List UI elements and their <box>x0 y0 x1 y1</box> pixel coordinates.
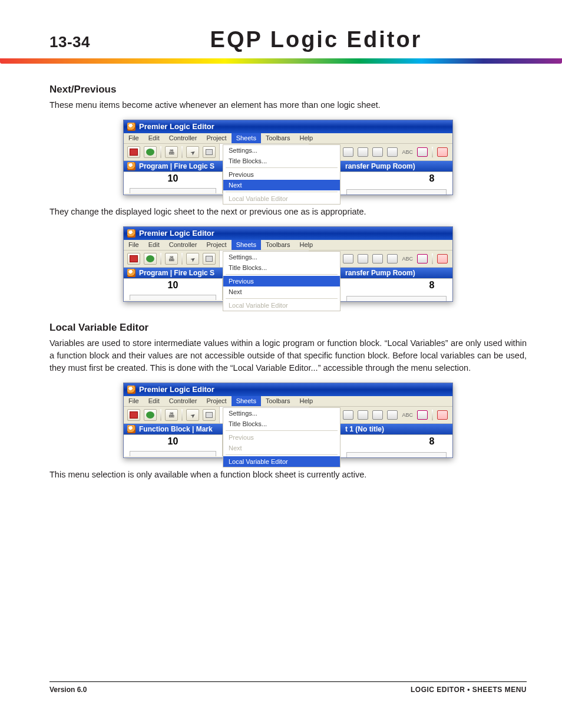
doc-icon <box>127 162 135 170</box>
menu-sheets[interactable]: Sheets <box>232 240 261 250</box>
screenshot-previous: Premier Logic Editor File Edit Controlle… <box>123 226 453 302</box>
menu-item-previous: Previous <box>223 432 340 443</box>
menu-help[interactable]: Help <box>295 133 318 143</box>
window-title: Premier Logic Editor <box>139 229 214 238</box>
print-icon[interactable] <box>165 146 178 158</box>
toolbar-btn-1[interactable] <box>127 409 140 421</box>
menu-toolbars[interactable]: Toolbars <box>261 240 295 250</box>
page-number: 13-34 <box>49 33 90 51</box>
box-icon[interactable] <box>203 146 216 158</box>
toolbar-btn-1[interactable] <box>127 146 140 158</box>
tool-icon[interactable] <box>372 410 383 420</box>
menu-divider <box>226 167 338 168</box>
tool-icon[interactable] <box>417 147 428 157</box>
menu-item-title-blocks[interactable]: Title Blocks... <box>223 262 340 273</box>
tool-icon[interactable] <box>358 147 368 157</box>
menu-item-title-blocks[interactable]: Title Blocks... <box>223 419 340 429</box>
menu-toolbars[interactable]: Toolbars <box>261 396 295 406</box>
toolbar-sep <box>160 146 161 158</box>
menu-item-local-variable-editor[interactable]: Local Variable Editor <box>223 456 340 467</box>
para-lve-note: This menu selection is only available wh… <box>49 469 527 481</box>
tool-icon[interactable] <box>343 147 353 157</box>
tool-icon[interactable] <box>343 410 353 420</box>
menu-item-local-variable-editor: Local Variable Editor <box>223 193 340 204</box>
menu-item-settings[interactable]: Settings... <box>223 145 340 156</box>
tool-icon[interactable] <box>417 254 428 263</box>
app-icon <box>127 386 135 394</box>
menu-help[interactable]: Help <box>295 240 318 250</box>
menu-item-previous[interactable]: Previous <box>223 169 340 180</box>
tool-icon[interactable] <box>372 254 383 263</box>
menu-project[interactable]: Project <box>201 133 231 143</box>
toolbar-sep <box>181 146 183 158</box>
doc-tab-right-label: ransfer Pump Room) <box>345 162 415 170</box>
menu-project[interactable]: Project <box>201 396 231 406</box>
heading-local-variable-editor: Local Variable Editor <box>49 322 527 334</box>
box-icon[interactable] <box>203 409 216 421</box>
page-title: EQP Logic Editor <box>105 27 527 52</box>
page-footer: Version 6.0 LOGIC EDITOR • SHEETS MENU <box>49 681 527 694</box>
sheets-menu-dropdown: Settings... Title Blocks... Previous Nex… <box>223 144 340 205</box>
cursor-icon[interactable] <box>186 253 199 265</box>
document-tab-right[interactable]: ransfer Pump Room) <box>340 161 452 172</box>
cursor-icon[interactable] <box>186 146 199 158</box>
menu-divider <box>226 192 338 192</box>
tool-icon[interactable] <box>343 254 353 263</box>
menu-item-settings[interactable]: Settings... <box>223 408 340 419</box>
box-icon[interactable] <box>203 253 216 265</box>
menu-item-next[interactable]: Next <box>223 286 340 297</box>
tool-icon[interactable] <box>387 410 398 420</box>
menu-controller[interactable]: Controller <box>164 396 202 406</box>
toolbar-btn-2[interactable] <box>144 253 157 265</box>
menu-item-next[interactable]: Next <box>223 180 340 190</box>
window-titlebar: Premier Logic Editor <box>124 120 452 133</box>
toolbar-btn-2[interactable] <box>144 146 157 158</box>
menu-edit[interactable]: Edit <box>144 396 164 406</box>
toolbar-sep <box>432 147 433 157</box>
menu-item-title-blocks[interactable]: Title Blocks... <box>223 156 340 166</box>
menu-controller[interactable]: Controller <box>164 133 202 143</box>
menu-file[interactable]: File <box>124 396 144 406</box>
para-lve-intro: Variables are used to store intermediate… <box>49 337 527 374</box>
footer-version: Version 6.0 <box>49 686 87 694</box>
menu-edit[interactable]: Edit <box>144 240 164 250</box>
rainbow-divider <box>0 58 562 64</box>
tool-icon[interactable] <box>358 410 368 420</box>
document-tab-left[interactable]: Program | Fire Logic S <box>124 161 223 172</box>
menu-file[interactable]: File <box>124 133 144 143</box>
doc-tab-label: Program | Fire Logic S <box>139 162 214 170</box>
menu-toolbars[interactable]: Toolbars <box>261 133 295 143</box>
tool-icon[interactable] <box>437 410 448 420</box>
print-icon[interactable] <box>165 409 178 421</box>
menu-file[interactable]: File <box>124 240 144 250</box>
sheet-right: 8 <box>340 172 452 195</box>
menu-item-local-variable-editor: Local Variable Editor <box>223 300 340 311</box>
window-title: Premier Logic Editor <box>139 385 214 394</box>
cursor-icon[interactable] <box>186 409 199 421</box>
tool-icon[interactable] <box>372 147 383 157</box>
tool-icon[interactable] <box>358 254 368 263</box>
menu-item-previous[interactable]: Previous <box>223 276 340 286</box>
app-icon <box>127 123 135 131</box>
tool-icon[interactable] <box>387 254 398 263</box>
menu-controller[interactable]: Controller <box>164 240 202 250</box>
footer-section: LOGIC EDITOR • SHEETS MENU <box>411 686 527 694</box>
menu-edit[interactable]: Edit <box>144 133 164 143</box>
window-title: Premier Logic Editor <box>139 122 214 131</box>
tool-icon[interactable] <box>437 254 448 263</box>
tool-icon[interactable] <box>437 147 448 157</box>
tool-icon[interactable] <box>387 147 398 157</box>
menu-sheets[interactable]: Sheets <box>232 396 261 406</box>
tool-icon[interactable] <box>417 410 428 420</box>
menu-project[interactable]: Project <box>201 240 231 250</box>
toolbar-btn-1[interactable] <box>127 253 140 265</box>
app-icon <box>127 229 135 238</box>
screenshot-lve: Premier Logic Editor File Edit Controlle… <box>123 383 453 458</box>
menu-item-settings[interactable]: Settings... <box>223 252 340 262</box>
menu-help[interactable]: Help <box>295 396 318 406</box>
sheet-left: 10 <box>124 172 223 193</box>
menu-sheets[interactable]: Sheets <box>232 133 261 143</box>
para-next-prev-desc: They change the displayed logic sheet to… <box>49 206 527 218</box>
print-icon[interactable] <box>165 253 178 265</box>
toolbar-btn-2[interactable] <box>144 409 157 421</box>
